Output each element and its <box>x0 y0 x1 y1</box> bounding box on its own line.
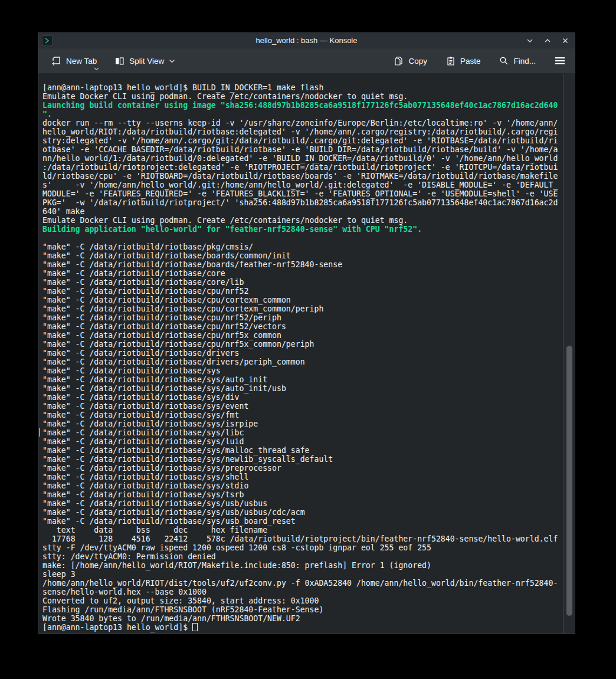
new-tab-button[interactable]: New Tab <box>48 53 100 70</box>
terminal-line: "make" -C /data/riotbuild/riotbase/sys/a… <box>42 375 563 384</box>
scrollbar[interactable] <box>563 74 575 634</box>
terminal-line: Converted to uf2, output size: 35840, st… <box>42 596 563 605</box>
terminal-line: "make" -C /data/riotbuild/riotbase/sys/s… <box>42 473 563 481</box>
terminal-line: Flashing /run/media/ann/FTHRSNSBOOT (nRF… <box>42 605 563 614</box>
terminal-line: "make" -C /data/riotbuild/riotbase/drive… <box>42 349 563 357</box>
terminal-line: s' -v '/home/ann/hello_world/.git:/home/… <box>42 181 563 189</box>
paste-label: Paste <box>460 57 481 65</box>
terminal-line: "make" -C /data/riotbuild/riotbase/sys/n… <box>42 455 563 464</box>
toolbar-right-group: Copy Paste Find... <box>391 53 569 70</box>
new-tab-dropdown-caret-icon <box>94 67 99 71</box>
chevron-down-icon <box>526 37 534 45</box>
paste-icon <box>446 56 456 66</box>
menu-button[interactable] <box>551 53 569 68</box>
terminal-line: MODULE=' -e 'FEATURES_REQUIRED=' -e 'FEA… <box>42 189 563 198</box>
close-icon <box>561 37 569 45</box>
terminal-line: "make" -C /data/riotbuild/riotbase/core/… <box>42 278 563 287</box>
terminal-line: 17768 128 4516 22412 578c /data/riotbuil… <box>42 534 563 543</box>
new-tab-icon <box>51 56 61 66</box>
terminal-line: make: [/home/ann/hello_world/RIOT/Makefi… <box>42 561 563 570</box>
terminal-line <box>42 234 563 242</box>
terminal-line: Launching build container using image "s… <box>42 101 563 110</box>
terminal-line: "make" -C /data/riotbuild/riotbase/core <box>42 269 563 278</box>
terminal-line: stty -F /dev/ttyACM0 raw ispeed 1200 osp… <box>42 543 563 552</box>
terminal-line: "make" -C /data/riotbuild/riotbase/sys/m… <box>42 446 563 455</box>
terminal-output[interactable]: [ann@ann-laptop13 hello_world]$ BUILD_IN… <box>39 81 563 641</box>
copy-button[interactable]: Copy <box>391 53 431 70</box>
terminal-line: "make" -C /data/riotbuild/riotbase/sys <box>42 366 563 375</box>
terminal-line: "make" -C /data/riotbuild/riotbase/pkg/c… <box>42 242 563 251</box>
chevron-down-icon <box>169 59 175 63</box>
terminal-line: "make" -C /data/riotbuild/riotbase/sys/p… <box>42 464 563 473</box>
new-tab-label: New Tab <box>66 57 97 65</box>
terminal-line: Emulate Docker CLI using podman. Create … <box>42 216 563 225</box>
window-controls <box>525 33 570 48</box>
search-icon <box>499 56 509 65</box>
terminal-line: "make" -C /data/riotbuild/riotbase/drive… <box>42 357 563 366</box>
titlebar[interactable]: hello_world : bash — Konsole <box>38 33 575 48</box>
terminal-line: "make" -C /data/riotbuild/riotbase/sys/d… <box>42 393 563 402</box>
terminal-line: otbase' -e 'CCACHE_BASEDIR=/data/riotbui… <box>42 145 563 154</box>
terminal-line: "make" -C /data/riotbuild/riotbase/sys/i… <box>42 419 563 428</box>
terminal-line: /home/ann/hello_world/RIOT/dist/tools/uf… <box>42 579 563 588</box>
terminal-line: Emulate Docker CLI using podman. Create … <box>42 92 563 101</box>
terminal-line: "make" -C /data/riotbuild/riotbase/cpu/n… <box>42 287 563 296</box>
terminal-line: "make" -C /data/riotbuild/riotbase/sys/t… <box>42 490 563 499</box>
split-view-label: Split View <box>129 57 164 65</box>
hamburger-icon <box>555 57 565 65</box>
terminal-line: sleep 3 <box>42 570 563 579</box>
find-button[interactable]: Find... <box>496 53 539 69</box>
copy-label: Copy <box>408 57 427 65</box>
terminal-line: Wrote 35840 bytes to /run/media/ann/FTHR… <box>42 614 563 623</box>
terminal-line: "make" -C /data/riotbuild/riotbase/sys/l… <box>42 428 563 437</box>
terminal-line: "make" -C /data/riotbuild/riotbase/sys/l… <box>42 437 563 446</box>
copy-icon <box>394 56 404 66</box>
toolbar-left-group: New Tab Split View <box>48 53 179 70</box>
terminal-line: "make" -C /data/riotbuild/riotbase/cpu/c… <box>42 304 563 313</box>
terminal-line: "make" -C /data/riotbuild/riotbase/cpu/n… <box>42 331 563 340</box>
desktop-background: { "window": { "title": "hello_world : ba… <box>0 0 616 679</box>
paste-button[interactable]: Paste <box>443 53 484 70</box>
terminal-line: docker run --rm --tty --userns keep-id -… <box>42 119 563 127</box>
close-button[interactable] <box>561 36 570 45</box>
konsole-window: hello_world : bash — Konsole <box>38 32 575 634</box>
terminal-line: 640' make <box>42 207 563 216</box>
terminal-line: stty: /dev/ttyACM0: Permission denied <box>42 552 563 561</box>
terminal-line: ld/riotbase/cpu' -e 'RIOTBOARD=/data/rio… <box>42 172 563 181</box>
terminal-line: "make" -C /data/riotbuild/riotbase/cpu/c… <box>42 296 563 304</box>
terminal-cursor <box>192 623 198 631</box>
find-label: Find... <box>513 57 536 65</box>
split-view-button[interactable]: Split View <box>111 53 179 70</box>
terminal-line: "make" -C /data/riotbuild/riotbase/cpu/n… <box>42 340 563 349</box>
terminal-line: nn/hello_world/1:/data/riotbuild/0:deleg… <box>42 154 563 163</box>
terminal-line: ". <box>42 110 563 119</box>
terminal-line: :/data/riotbuild/riotproject:delegated' … <box>42 163 563 172</box>
terminal-line: Building application "hello-world" for "… <box>42 225 563 234</box>
terminal-line: hello_world/RIOT:/data/riotbuild/riotbas… <box>42 127 563 136</box>
terminal-line: "make" -C /data/riotbuild/riotbase/sys/u… <box>42 508 563 517</box>
toolbar: New Tab Split View <box>38 48 575 74</box>
chevron-up-icon <box>543 37 552 45</box>
scrollbar-thumb[interactable] <box>566 346 572 616</box>
terminal-line: "make" -C /data/riotbuild/riotbase/board… <box>42 251 563 260</box>
terminal-line: "make" -C /data/riotbuild/riotbase/cpu/n… <box>42 322 563 331</box>
terminal-line: [ann@ann-laptop13 hello_world]$ <box>42 623 563 632</box>
terminal-area[interactable]: [ann@ann-laptop13 hello_world]$ BUILD_IN… <box>39 74 575 634</box>
terminal-line: "make" -C /data/riotbuild/riotbase/sys/a… <box>42 384 563 393</box>
terminal-line: stry:delegated' -v '/home/ann/.cargo/git… <box>42 136 563 145</box>
terminal-line: "make" -C /data/riotbuild/riotbase/sys/s… <box>42 481 563 490</box>
split-view-icon <box>114 56 124 66</box>
terminal-line: PKG=' -w '/data/riotbuild/riotproject/' … <box>42 198 563 207</box>
terminal-line: "make" -C /data/riotbuild/riotbase/sys/e… <box>42 402 563 411</box>
terminal-line: "make" -C /data/riotbuild/riotbase/board… <box>42 260 563 269</box>
terminal-line: "make" -C /data/riotbuild/riotbase/cpu/n… <box>42 313 563 322</box>
terminal-line: [ann@ann-laptop13 hello_world]$ BUILD_IN… <box>42 83 563 92</box>
terminal-line: "make" -C /data/riotbuild/riotbase/sys/u… <box>42 499 563 508</box>
minimize-button[interactable] <box>525 36 535 45</box>
terminal-line: text data bss dec hex filename <box>42 526 563 534</box>
maximize-button[interactable] <box>543 36 552 45</box>
terminal-line: sense/hello-world.hex --base 0x1000 <box>42 588 563 596</box>
terminal-line: "make" -C /data/riotbuild/riotbase/sys/u… <box>42 517 563 526</box>
terminal-line: "make" -C /data/riotbuild/riotbase/sys/f… <box>42 411 563 419</box>
window-title: hello_world : bash — Konsole <box>38 33 575 48</box>
